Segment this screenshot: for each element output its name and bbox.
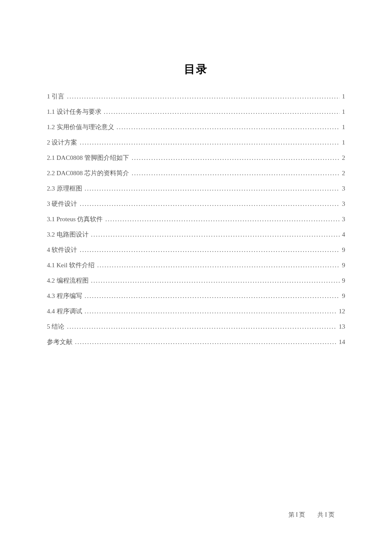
toc-entry-label: 1 引言 [47, 89, 67, 104]
toc-entry: 5 结论13 [47, 319, 345, 334]
toc-entry-label: 2 设计方案 [47, 135, 80, 150]
toc-dots [117, 119, 340, 135]
toc-dots [80, 196, 339, 211]
toc-dots [67, 89, 339, 104]
toc-entry-label: 1.2 实用价值与理论意义 [47, 119, 117, 135]
toc-entry-page: 1 [340, 104, 346, 119]
toc-entry: 1.1 设计任务与要求1 [47, 104, 345, 119]
toc-entry: 3 硬件设计3 [47, 196, 345, 211]
toc-dots [97, 257, 339, 273]
toc-entry-page: 2 [340, 165, 346, 181]
toc-entry: 2.2 DAC0808 芯片的资料简介2 [47, 165, 345, 181]
toc-entry-page: 9 [340, 257, 346, 273]
toc-entry-label: 2.1 DAC0808 管脚图介绍如下 [47, 150, 132, 165]
toc-entry-page: 1 [340, 119, 346, 135]
toc-entry-label: 4.1 Keil 软件介绍 [47, 257, 97, 273]
toc-entry-page: 9 [340, 273, 346, 288]
toc-entry-page: 13 [336, 319, 345, 334]
toc-entry-label: 5 结论 [47, 319, 67, 334]
footer-page-total: 共 I 页 [317, 512, 334, 518]
toc-entry-label: 参考文献 [47, 334, 75, 350]
toc-dots [85, 181, 340, 196]
toc-dots [80, 242, 339, 257]
toc-dots [91, 227, 340, 242]
toc-entry: 4.2 编程流程图9 [47, 273, 345, 288]
toc-dots [105, 211, 339, 227]
toc-entry-page: 9 [340, 242, 346, 257]
toc-entry-page: 12 [336, 304, 345, 319]
toc-entry-page: 4 [340, 227, 346, 242]
toc-entry: 2.3 原理框图3 [47, 181, 345, 196]
toc-dots [85, 304, 337, 319]
toc-entry: 1 引言1 [47, 89, 345, 104]
toc-entry: 3.1 Proteus 仿真软件3 [47, 211, 345, 227]
toc-entry: 4.3 程序编写9 [47, 288, 345, 304]
toc-entry-label: 4.4 程序调试 [47, 304, 85, 319]
toc-title: 目录 [47, 62, 345, 77]
toc-entry: 4 软件设计9 [47, 242, 345, 257]
toc-entry-page: 3 [340, 211, 346, 227]
toc-entry-page: 3 [340, 196, 346, 211]
toc-entry: 1.2 实用价值与理论意义1 [47, 119, 345, 135]
toc-dots [80, 135, 339, 150]
toc-entry-label: 3.2 电路图设计 [47, 227, 91, 242]
toc-entry: 参考文献14 [47, 334, 345, 350]
toc-entry: 4.4 程序调试12 [47, 304, 345, 319]
toc-entry-page: 2 [340, 150, 346, 165]
toc-entry-page: 14 [336, 334, 345, 350]
toc-entry-page: 1 [340, 89, 346, 104]
toc-entry-label: 1.1 设计任务与要求 [47, 104, 104, 119]
toc-dots [132, 165, 340, 181]
toc-entry-label: 4 软件设计 [47, 242, 80, 257]
toc-entry: 2.1 DAC0808 管脚图介绍如下2 [47, 150, 345, 165]
toc-entry-page: 3 [340, 181, 346, 196]
toc-entry-label: 2.3 原理框图 [47, 181, 85, 196]
toc-entry-label: 4.2 编程流程图 [47, 273, 91, 288]
footer-page-current: 第 I 页 [288, 512, 306, 518]
page-container: 目录 1 引言11.1 设计任务与要求11.2 实用价值与理论意义12 设计方案… [0, 0, 392, 350]
toc-dots [91, 273, 340, 288]
toc-entry-label: 4.3 程序编写 [47, 288, 85, 304]
toc-entry-label: 3 硬件设计 [47, 196, 80, 211]
toc-dots [132, 150, 340, 165]
toc-dots [67, 319, 336, 334]
toc-container: 1 引言11.1 设计任务与要求11.2 实用价值与理论意义12 设计方案12.… [47, 89, 345, 350]
toc-entry: 2 设计方案1 [47, 135, 345, 150]
toc-entry: 3.2 电路图设计4 [47, 227, 345, 242]
toc-entry-page: 9 [340, 288, 346, 304]
toc-dots [75, 334, 336, 350]
toc-dots [85, 288, 340, 304]
page-footer: 第 I 页 共 I 页 [288, 511, 334, 519]
toc-entry-label: 3.1 Proteus 仿真软件 [47, 211, 105, 227]
toc-entry-label: 2.2 DAC0808 芯片的资料简介 [47, 165, 132, 181]
toc-entry-page: 1 [340, 135, 346, 150]
toc-dots [104, 104, 340, 119]
toc-entry: 4.1 Keil 软件介绍9 [47, 257, 345, 273]
